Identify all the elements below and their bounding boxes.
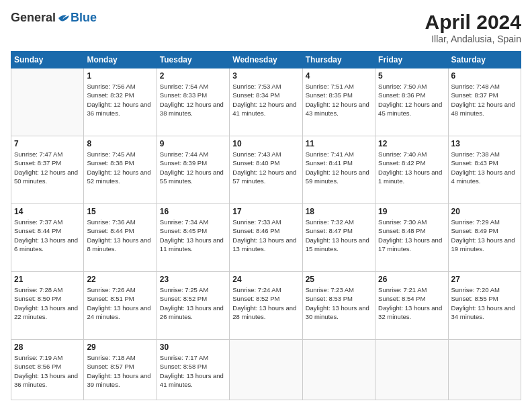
day-number: 5: [378, 71, 445, 81]
calendar-table: SundayMondayTuesdayWednesdayThursdayFrid…: [11, 51, 521, 400]
calendar-cell: 9Sunrise: 7:44 AM Sunset: 8:39 PM Daylig…: [157, 136, 229, 204]
page: General Blue April 2024 Illar, Andalusia…: [0, 0, 532, 411]
day-number: 3: [232, 71, 299, 81]
day-number: 20: [451, 207, 518, 216]
day-info: Sunrise: 7:36 AM Sunset: 8:44 PM Dayligh…: [87, 218, 153, 253]
calendar-cell: [375, 340, 448, 400]
calendar-cell: 29Sunrise: 7:18 AM Sunset: 8:57 PM Dayli…: [84, 340, 157, 400]
day-number: 6: [451, 71, 518, 81]
day-number: 9: [160, 139, 226, 148]
day-info: Sunrise: 7:51 AM Sunset: 8:35 PM Dayligh…: [306, 82, 372, 118]
day-info: Sunrise: 7:40 AM Sunset: 8:42 PM Dayligh…: [378, 150, 445, 185]
calendar-cell: 26Sunrise: 7:21 AM Sunset: 8:54 PM Dayli…: [375, 272, 448, 340]
calendar-week-row: 1Sunrise: 7:56 AM Sunset: 8:32 PM Daylig…: [11, 68, 521, 136]
day-info: Sunrise: 7:25 AM Sunset: 8:52 PM Dayligh…: [160, 285, 226, 321]
day-number: 4: [306, 71, 372, 81]
day-number: 23: [160, 275, 226, 284]
day-info: Sunrise: 7:43 AM Sunset: 8:40 PM Dayligh…: [232, 150, 299, 185]
day-number: 24: [232, 275, 299, 284]
calendar-cell: 18Sunrise: 7:32 AM Sunset: 8:47 PM Dayli…: [302, 204, 375, 272]
title-block: April 2024 Illar, Andalusia, Spain: [425, 11, 521, 44]
calendar-cell: 20Sunrise: 7:29 AM Sunset: 8:49 PM Dayli…: [448, 204, 521, 272]
calendar-cell: 28Sunrise: 7:19 AM Sunset: 8:56 PM Dayli…: [11, 340, 84, 400]
day-info: Sunrise: 7:29 AM Sunset: 8:49 PM Dayligh…: [451, 218, 518, 253]
day-info: Sunrise: 7:56 AM Sunset: 8:32 PM Dayligh…: [87, 82, 153, 118]
calendar-cell: [302, 340, 375, 400]
day-info: Sunrise: 7:44 AM Sunset: 8:39 PM Dayligh…: [160, 150, 226, 185]
calendar-cell: 10Sunrise: 7:43 AM Sunset: 8:40 PM Dayli…: [230, 136, 302, 204]
main-title: April 2024: [425, 11, 521, 34]
day-info: Sunrise: 7:41 AM Sunset: 8:41 PM Dayligh…: [306, 150, 372, 185]
day-number: 15: [87, 207, 153, 216]
day-number: 7: [14, 139, 81, 148]
calendar-cell: 1Sunrise: 7:56 AM Sunset: 8:32 PM Daylig…: [84, 68, 157, 136]
day-number: 27: [451, 275, 518, 284]
calendar-cell: 27Sunrise: 7:20 AM Sunset: 8:55 PM Dayli…: [448, 272, 521, 340]
day-info: Sunrise: 7:53 AM Sunset: 8:34 PM Dayligh…: [232, 82, 299, 118]
calendar-cell: 5Sunrise: 7:50 AM Sunset: 8:36 PM Daylig…: [375, 68, 448, 136]
calendar-week-row: 21Sunrise: 7:28 AM Sunset: 8:50 PM Dayli…: [11, 272, 521, 340]
header: General Blue April 2024 Illar, Andalusia…: [11, 11, 521, 44]
calendar-cell: 17Sunrise: 7:33 AM Sunset: 8:46 PM Dayli…: [230, 204, 302, 272]
calendar-cell: 25Sunrise: 7:23 AM Sunset: 8:53 PM Dayli…: [302, 272, 375, 340]
calendar-cell: [448, 340, 521, 400]
day-info: Sunrise: 7:20 AM Sunset: 8:55 PM Dayligh…: [451, 285, 518, 321]
day-info: Sunrise: 7:24 AM Sunset: 8:52 PM Dayligh…: [232, 285, 299, 321]
day-info: Sunrise: 7:19 AM Sunset: 8:56 PM Dayligh…: [14, 353, 81, 389]
day-number: 17: [232, 207, 299, 216]
day-number: 25: [306, 275, 372, 284]
day-info: Sunrise: 7:54 AM Sunset: 8:33 PM Dayligh…: [160, 82, 226, 118]
logo-bird-icon: [57, 13, 71, 24]
day-number: 2: [160, 71, 226, 81]
day-number: 8: [87, 139, 153, 148]
day-number: 16: [160, 207, 226, 216]
day-number: 10: [232, 139, 299, 148]
calendar-cell: [230, 340, 302, 400]
day-info: Sunrise: 7:47 AM Sunset: 8:37 PM Dayligh…: [14, 150, 81, 185]
day-info: Sunrise: 7:17 AM Sunset: 8:58 PM Dayligh…: [160, 353, 226, 389]
day-info: Sunrise: 7:18 AM Sunset: 8:57 PM Dayligh…: [87, 353, 153, 389]
day-info: Sunrise: 7:21 AM Sunset: 8:54 PM Dayligh…: [378, 285, 445, 321]
day-info: Sunrise: 7:28 AM Sunset: 8:50 PM Dayligh…: [14, 285, 81, 321]
calendar-week-row: 28Sunrise: 7:19 AM Sunset: 8:56 PM Dayli…: [11, 340, 521, 400]
day-info: Sunrise: 7:38 AM Sunset: 8:43 PM Dayligh…: [451, 150, 518, 185]
day-info: Sunrise: 7:45 AM Sunset: 8:38 PM Dayligh…: [87, 150, 153, 185]
weekday-header-monday: Monday: [84, 52, 157, 68]
calendar-cell: 23Sunrise: 7:25 AM Sunset: 8:52 PM Dayli…: [157, 272, 229, 340]
logo-general-text: General: [11, 11, 56, 25]
day-number: 29: [87, 342, 153, 352]
calendar-cell: 21Sunrise: 7:28 AM Sunset: 8:50 PM Dayli…: [11, 272, 84, 340]
sub-title: Illar, Andalusia, Spain: [425, 34, 521, 44]
day-info: Sunrise: 7:26 AM Sunset: 8:51 PM Dayligh…: [87, 285, 153, 321]
weekday-header-saturday: Saturday: [448, 52, 521, 68]
day-info: Sunrise: 7:30 AM Sunset: 8:48 PM Dayligh…: [378, 218, 445, 253]
calendar-cell: 11Sunrise: 7:41 AM Sunset: 8:41 PM Dayli…: [302, 136, 375, 204]
calendar-cell: 3Sunrise: 7:53 AM Sunset: 8:34 PM Daylig…: [230, 68, 302, 136]
calendar-cell: 12Sunrise: 7:40 AM Sunset: 8:42 PM Dayli…: [375, 136, 448, 204]
calendar-cell: 8Sunrise: 7:45 AM Sunset: 8:38 PM Daylig…: [84, 136, 157, 204]
day-info: Sunrise: 7:37 AM Sunset: 8:44 PM Dayligh…: [14, 218, 81, 253]
day-number: 22: [87, 275, 153, 284]
day-info: Sunrise: 7:50 AM Sunset: 8:36 PM Dayligh…: [378, 82, 445, 118]
day-info: Sunrise: 7:34 AM Sunset: 8:45 PM Dayligh…: [160, 218, 226, 253]
day-number: 30: [160, 342, 226, 352]
calendar-cell: 13Sunrise: 7:38 AM Sunset: 8:43 PM Dayli…: [448, 136, 521, 204]
calendar-cell: 15Sunrise: 7:36 AM Sunset: 8:44 PM Dayli…: [84, 204, 157, 272]
calendar-week-row: 7Sunrise: 7:47 AM Sunset: 8:37 PM Daylig…: [11, 136, 521, 204]
calendar-cell: 4Sunrise: 7:51 AM Sunset: 8:35 PM Daylig…: [302, 68, 375, 136]
calendar-cell: 2Sunrise: 7:54 AM Sunset: 8:33 PM Daylig…: [157, 68, 229, 136]
calendar-cell: 30Sunrise: 7:17 AM Sunset: 8:58 PM Dayli…: [157, 340, 229, 400]
day-number: 1: [87, 71, 153, 81]
day-info: Sunrise: 7:48 AM Sunset: 8:37 PM Dayligh…: [451, 82, 518, 118]
calendar-cell: 24Sunrise: 7:24 AM Sunset: 8:52 PM Dayli…: [230, 272, 302, 340]
day-info: Sunrise: 7:23 AM Sunset: 8:53 PM Dayligh…: [306, 285, 372, 321]
weekday-header-thursday: Thursday: [302, 52, 375, 68]
day-number: 13: [451, 139, 518, 148]
calendar-cell: 22Sunrise: 7:26 AM Sunset: 8:51 PM Dayli…: [84, 272, 157, 340]
calendar-cell: 19Sunrise: 7:30 AM Sunset: 8:48 PM Dayli…: [375, 204, 448, 272]
day-number: 28: [14, 342, 81, 352]
day-number: 26: [378, 275, 445, 284]
calendar-week-row: 14Sunrise: 7:37 AM Sunset: 8:44 PM Dayli…: [11, 204, 521, 272]
day-number: 19: [378, 207, 445, 216]
weekday-header-friday: Friday: [375, 52, 448, 68]
